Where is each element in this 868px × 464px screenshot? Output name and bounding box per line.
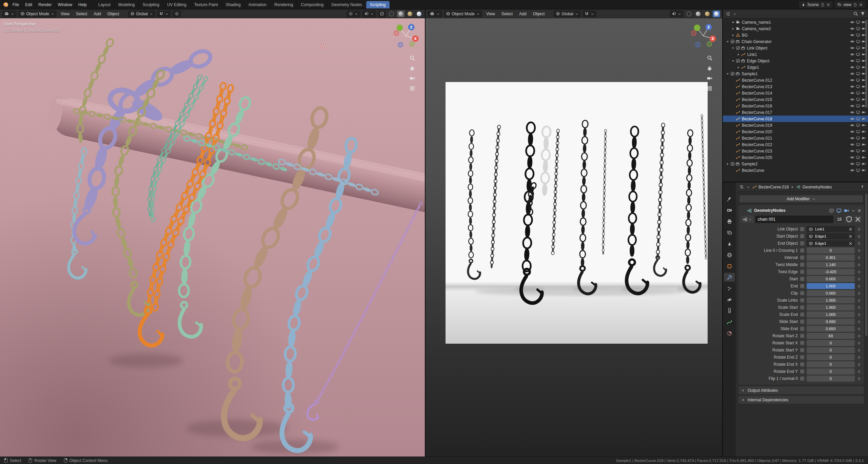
disable-in-viewports-icon[interactable]	[856, 52, 860, 57]
value-slider[interactable]: 0	[807, 247, 855, 254]
shading-solid-button[interactable]	[694, 11, 702, 17]
clear-object-icon[interactable]	[848, 234, 853, 239]
animate-property-icon[interactable]	[856, 284, 862, 289]
breadcrumb-tree[interactable]: GeometryNodes	[802, 185, 832, 189]
expand-arrow-icon[interactable]	[736, 65, 741, 69]
animate-property-icon[interactable]	[856, 291, 862, 296]
browse-node-group-button[interactable]	[741, 216, 754, 223]
animate-property-icon[interactable]	[856, 334, 862, 339]
animate-property-icon[interactable]	[856, 305, 862, 310]
realtime-display-toggle[interactable]	[836, 208, 842, 214]
outliner-item-label[interactable]: Edge Object	[747, 59, 769, 63]
outliner-row[interactable]: Edge Object	[723, 58, 868, 64]
outliner-row[interactable]: BG	[723, 32, 868, 38]
new-scene-icon[interactable]	[821, 3, 825, 7]
properties-tab-tool[interactable]	[724, 195, 735, 203]
outliner-item-label[interactable]: BG	[742, 33, 748, 38]
outliner-row[interactable]: BezierCurve.014	[723, 90, 868, 96]
hide-in-viewport-icon[interactable]	[850, 162, 854, 166]
menu-edit[interactable]: Edit	[22, 1, 35, 8]
disable-in-renders-icon[interactable]	[862, 136, 866, 140]
properties-tab-render[interactable]	[724, 206, 735, 215]
node-group-users-count[interactable]: 18	[835, 216, 844, 223]
value-slider[interactable]: 0	[807, 354, 855, 360]
show-overlays-dropdown[interactable]	[670, 11, 684, 17]
hide-in-viewport-icon[interactable]	[850, 136, 854, 140]
properties-scrollbar[interactable]	[865, 194, 867, 336]
close-modifier-icon[interactable]	[857, 208, 862, 213]
unlink-node-group-button[interactable]	[854, 216, 862, 223]
disable-in-viewports-icon[interactable]	[856, 46, 860, 50]
outliner-item-label[interactable]: BezierCurve.016	[742, 104, 772, 108]
section-output-attributes[interactable]: Output Attributes	[738, 386, 864, 394]
workspace-tab-texture-paint[interactable]: Texture Paint	[191, 1, 222, 8]
disable-in-viewports-icon[interactable]	[856, 149, 860, 153]
disable-in-viewports-icon[interactable]	[856, 72, 860, 76]
zoom-icon[interactable]	[707, 55, 713, 61]
view-layer-name[interactable]: view	[843, 2, 851, 7]
input-attribute-toggle-icon[interactable]	[800, 319, 805, 324]
object-field[interactable]: Edge1	[807, 240, 855, 246]
add-modifier-button[interactable]: Add Modifier	[739, 195, 863, 203]
outliner-item-label[interactable]: BezierCurve.021	[742, 136, 772, 141]
collection-exclude-checkbox[interactable]	[730, 72, 735, 76]
filter-icon[interactable]	[860, 11, 865, 16]
snapping-dropdown[interactable]	[157, 11, 171, 17]
viewport-3d-right[interactable]: Object Mode View Select Add Object Globa…	[426, 9, 722, 457]
breadcrumb-object[interactable]: BezierCurve.018	[758, 185, 789, 189]
outliner-row[interactable]: BezierCurve.013	[723, 83, 868, 90]
outliner-row[interactable]: Sample2	[723, 161, 868, 167]
properties-editor-icon[interactable]	[739, 184, 744, 189]
properties-tab-scene[interactable]	[724, 239, 735, 248]
outliner-item-label[interactable]: Edge1	[747, 65, 759, 70]
expand-arrow-icon[interactable]	[731, 27, 735, 31]
shading-wireframe-button[interactable]	[388, 11, 395, 17]
value-slider[interactable]: 1.000	[807, 297, 855, 303]
outliner-item-label[interactable]: BezierCurve.019	[742, 123, 772, 128]
outliner-row[interactable]: BezierCurve.022	[723, 141, 868, 148]
orientation-dropdown[interactable]: Global	[128, 11, 155, 17]
expand-arrow-icon[interactable]	[731, 46, 735, 50]
hide-in-viewport-icon[interactable]	[850, 117, 854, 121]
remove-view-layer-icon[interactable]	[859, 3, 863, 7]
menu-object[interactable]: Object	[531, 11, 547, 17]
animate-property-icon[interactable]	[856, 341, 862, 346]
workspace-tab-shading[interactable]: Shading	[222, 1, 245, 8]
properties-tab-view-layer[interactable]	[724, 228, 735, 237]
workspace-tab-compositing[interactable]: Compositing	[297, 1, 328, 8]
clear-object-icon[interactable]	[848, 227, 853, 231]
disable-in-viewports-icon[interactable]	[856, 136, 860, 140]
disable-in-viewports-icon[interactable]	[856, 78, 860, 82]
value-slider[interactable]: 0.690	[807, 319, 855, 325]
zoom-icon[interactable]	[409, 55, 415, 61]
value-slider[interactable]: 1.000	[807, 283, 855, 289]
value-slider[interactable]: 69	[807, 333, 855, 339]
mode-dropdown[interactable]: Object Mode	[18, 11, 57, 17]
properties-tab-output[interactable]	[724, 217, 735, 226]
value-slider[interactable]: 0.650	[807, 326, 855, 332]
animate-property-icon[interactable]	[856, 241, 862, 246]
workspace-tab-geometry-nodes[interactable]: Geometry Nodes	[328, 1, 366, 8]
input-attribute-toggle-icon[interactable]	[800, 376, 805, 381]
mode-dropdown[interactable]: Object Mode	[444, 11, 482, 17]
navigation-axis-gizmo[interactable]: X Z	[392, 22, 420, 50]
properties-tab-material[interactable]	[724, 329, 735, 338]
object-field[interactable]: Edge1	[807, 233, 855, 239]
outliner-item-label[interactable]: BezierCurve	[742, 168, 764, 173]
outliner-item-label[interactable]: BezierCurve.017	[742, 110, 772, 115]
outliner-item-label[interactable]: Link1	[747, 52, 757, 57]
menu-window[interactable]: Window	[55, 1, 75, 8]
collection-exclude-checkbox[interactable]	[736, 46, 740, 50]
node-group-name-field[interactable]: chain 001	[755, 216, 833, 223]
expand-arrow-icon[interactable]	[736, 53, 741, 57]
disable-in-viewports-icon[interactable]	[856, 84, 860, 89]
workspace-tab-modeling[interactable]: Modeling	[115, 1, 139, 8]
outliner-item-label[interactable]: BezierCurve.013	[742, 84, 772, 89]
disable-in-viewports-icon[interactable]	[856, 39, 860, 44]
disable-in-renders-icon[interactable]	[862, 142, 866, 147]
outliner-row[interactable]: Sample1	[723, 70, 868, 77]
fake-user-button[interactable]	[845, 216, 853, 223]
unlink-scene-icon[interactable]	[826, 3, 830, 7]
xray-toggle[interactable]	[378, 11, 386, 17]
animate-property-icon[interactable]	[856, 269, 862, 275]
